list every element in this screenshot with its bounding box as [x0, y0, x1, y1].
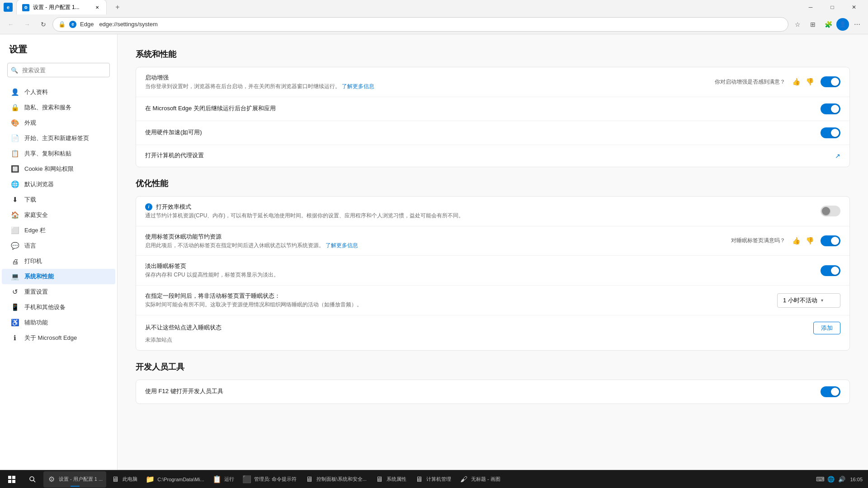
- sysprops-icon: 🖥: [375, 475, 384, 484]
- taskbar-clock[interactable]: 16:05: [850, 477, 863, 482]
- privacy-icon: 🔒: [11, 103, 19, 112]
- search-input[interactable]: [7, 63, 110, 77]
- startup-boost-link[interactable]: 了解更多信息: [342, 83, 374, 89]
- taskbar-app-run[interactable]: 📋 运行: [209, 471, 238, 488]
- efficiency-mode-toggle[interactable]: [821, 206, 840, 216]
- devtools-settings-card: 使用 F12 键打开开发人员工具: [136, 380, 850, 404]
- taskbar-app-compmgmt[interactable]: 🖥 计算机管理: [411, 471, 455, 488]
- never-sleep-row: 从不让这些站点进入睡眠状态 添加 未添加站点: [136, 315, 849, 350]
- continue-running-toggle[interactable]: [821, 103, 840, 114]
- new-tab-button[interactable]: +: [110, 1, 125, 14]
- taskbar-app-mycomputer[interactable]: 🖥 此电脑: [107, 471, 141, 488]
- sidebar-item-mobile[interactable]: 📱 手机和其他设备: [2, 300, 115, 315]
- site-info-icon: 🔒: [58, 21, 66, 28]
- sidebar-item-share[interactable]: 📋 共享、复制和粘贴: [2, 146, 115, 161]
- collections-button[interactable]: ⊞: [806, 17, 820, 32]
- sleep-after-dropdown[interactable]: 1 小时不活动 ▾: [777, 293, 840, 308]
- f12-devtools-name: 使用 F12 键打开开发人员工具: [145, 387, 821, 395]
- search-box: 🔍: [7, 63, 110, 77]
- tab-close-button[interactable]: ✕: [94, 4, 101, 11]
- taskbar-app-sysprops[interactable]: 🖥 系统属性: [371, 471, 410, 488]
- sidebar-item-start[interactable]: 📄 开始、主页和新建标签页: [2, 131, 115, 146]
- taskbar-app-label: 系统属性: [387, 476, 406, 483]
- toggle-thumb: [831, 237, 839, 245]
- thumbs-up-icon[interactable]: 👍: [791, 235, 802, 246]
- back-button[interactable]: ←: [4, 17, 18, 32]
- taskbar-search-button[interactable]: [23, 471, 42, 488]
- add-site-button[interactable]: 添加: [813, 322, 840, 334]
- f12-devtools-toggle[interactable]: [821, 386, 840, 397]
- dropdown-value: 1 小时不活动: [783, 296, 817, 305]
- nav-label: 默认浏览器: [24, 180, 54, 188]
- sidebar-item-default[interactable]: 🌐 默认浏览器: [2, 177, 115, 192]
- taskbar-app-label: 管理员: 命令提示符: [254, 476, 297, 483]
- taskbar-app-cmd[interactable]: ⬛ 管理员: 命令提示符: [239, 471, 300, 488]
- profile-icon: 👤: [11, 88, 19, 96]
- sidebar-item-privacy[interactable]: 🔒 隐私、搜索和服务: [2, 100, 115, 115]
- hardware-accel-toggle[interactable]: [821, 127, 840, 138]
- fade-sleeping-name: 淡出睡眠标签页: [145, 262, 821, 270]
- nav-label: 关于 Microsoft Edge: [24, 334, 77, 342]
- maximize-button[interactable]: □: [822, 0, 843, 14]
- forward-button[interactable]: →: [20, 17, 34, 32]
- refresh-button[interactable]: ↻: [36, 17, 51, 32]
- settings-button[interactable]: ⋯: [850, 17, 864, 32]
- efficiency-mode-info: i 打开效率模式 通过节约计算机资源(CPU、内存)，可以有助于延长电池使用时间…: [145, 203, 821, 220]
- taskbar-app-settings[interactable]: ⚙ 设置 - 用户配置 1 ...: [43, 471, 106, 488]
- sidebar-item-about[interactable]: ℹ 关于 Microsoft Edge: [2, 330, 115, 346]
- thumbs-down-icon[interactable]: 👎: [804, 76, 815, 87]
- minimize-button[interactable]: ─: [800, 0, 821, 14]
- network-icon[interactable]: 🌐: [826, 475, 835, 484]
- sidebar-item-downloads[interactable]: ⬇ 下载: [2, 192, 115, 207]
- sidebar-title: 设置: [0, 43, 117, 63]
- f12-devtools-control: [821, 386, 840, 397]
- sidebar-item-family[interactable]: 🏠 家庭安全: [2, 207, 115, 223]
- taskbar-app-controlpanel[interactable]: 🖥 控制面板\系统和安全...: [301, 471, 370, 488]
- proxy-name: 打开计算机的代理设置: [145, 151, 835, 160]
- thumbs-up-icon[interactable]: 👍: [791, 76, 802, 87]
- sidebar-item-reset[interactable]: ↺ 重置设置: [2, 284, 115, 300]
- active-tab[interactable]: ⚙ 设置 - 用户配置 1... ✕: [16, 0, 107, 15]
- start-button[interactable]: [2, 471, 22, 488]
- favorites-button[interactable]: ☆: [790, 17, 805, 32]
- sidebar-item-accessibility[interactable]: ♿ 辅助功能: [2, 315, 115, 330]
- share-icon: 📋: [11, 150, 19, 158]
- sleeping-tabs-link[interactable]: 了解更多信息: [326, 242, 358, 249]
- startup-boost-toggle[interactable]: [821, 76, 840, 87]
- startup-boost-feedback-label: 你对启动增强是否感到满意？: [715, 78, 785, 86]
- svg-rect-2: [8, 480, 11, 483]
- keyboard-icon[interactable]: ⌨: [816, 475, 825, 484]
- sidebar-item-edgebar[interactable]: ⬜ Edge 栏: [2, 223, 115, 238]
- taskbar-app-paint[interactable]: 🖌 无标题 - 画图: [456, 471, 504, 488]
- efficiency-mode-name: i 打开效率模式: [145, 203, 821, 211]
- proxy-info: 打开计算机的代理设置: [145, 151, 835, 160]
- settings-taskbar-icon: ⚙: [47, 475, 56, 484]
- startup-boost-info: 启动增强 当你登录到设置时，浏览器将在后台启动，并在关闭所有浏览器窗口时继续运行…: [145, 74, 715, 90]
- sidebar-item-system[interactable]: 💻 系统和性能: [2, 269, 115, 284]
- external-link-icon[interactable]: ↗: [835, 152, 840, 160]
- address-bar[interactable]: 🔒 e Edge edge://settings/system: [52, 17, 788, 32]
- close-button[interactable]: ✕: [844, 0, 864, 14]
- sidebar-item-cookies[interactable]: 🔲 Cookie 和网站权限: [2, 161, 115, 177]
- sleeping-tabs-toggle[interactable]: [821, 235, 840, 246]
- taskbar-app-explorer[interactable]: 📁 C:\ProgramData\Mi...: [142, 471, 208, 488]
- nav-label: 外观: [24, 119, 36, 127]
- sidebar-item-language[interactable]: 💬 语言: [2, 238, 115, 253]
- startup-boost-row: 启动增强 当你登录到设置时，浏览器将在后台启动，并在关闭所有浏览器窗口时继续运行…: [136, 67, 849, 97]
- efficiency-mode-row: i 打开效率模式 通过节约计算机资源(CPU、内存)，可以有助于延长电池使用时间…: [136, 197, 849, 226]
- toggle-thumb: [831, 388, 839, 396]
- profile-button[interactable]: 👤: [836, 18, 849, 31]
- never-sleep-control: 添加: [813, 322, 840, 334]
- toggle-thumb: [831, 267, 839, 275]
- sidebar-item-profile[interactable]: 👤 个人资料: [2, 84, 115, 100]
- volume-icon[interactable]: 🔊: [837, 475, 846, 484]
- thumbs-down-icon[interactable]: 👎: [804, 235, 815, 246]
- nav-label: 重置设置: [24, 288, 48, 296]
- sleeping-tabs-feedback: 👍 👎: [791, 235, 815, 246]
- mycomputer-icon: 🖥: [111, 475, 120, 484]
- fade-sleeping-toggle[interactable]: [821, 265, 840, 276]
- sleeping-tabs-desc: 启用此项后，不活动的标签页在指定时间后进入休眠状态以节约系统资源。 了解更多信息: [145, 242, 731, 249]
- extensions-button[interactable]: 🧩: [821, 17, 835, 32]
- sidebar-item-printer[interactable]: 🖨 打印机: [2, 253, 115, 269]
- sidebar-item-appearance[interactable]: 🎨 外观: [2, 115, 115, 131]
